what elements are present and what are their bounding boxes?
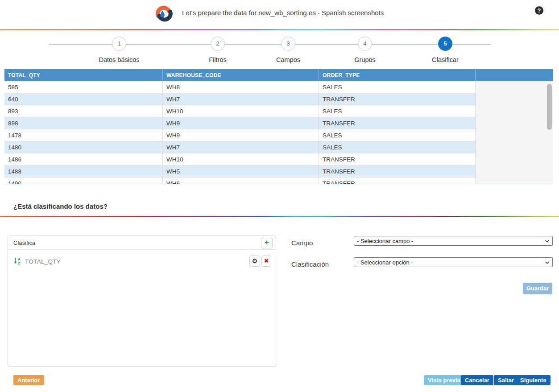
step-4-grupos[interactable]: 4 bbox=[358, 37, 372, 51]
table-row: 1478 WH9 SALES bbox=[4, 129, 476, 141]
table-cell: WH6 bbox=[163, 177, 319, 184]
table-row: 898 WH9 TRANSFER bbox=[4, 117, 476, 129]
table-cell: SALES bbox=[319, 105, 476, 117]
anterior-button[interactable]: Anterior bbox=[13, 375, 44, 385]
step-1-label: Datos básicos bbox=[83, 56, 155, 63]
sort-item-field-label: TOTAL_QTY bbox=[25, 258, 61, 265]
clasificacion-select-value: - Seleccionar opción - bbox=[357, 259, 413, 266]
table-cell: TRANSFER bbox=[319, 117, 476, 129]
add-sort-button[interactable]: + bbox=[261, 238, 273, 248]
table-cell: 640 bbox=[4, 93, 163, 105]
step-2-label: Filtros bbox=[182, 56, 253, 63]
table-cell: WH9 bbox=[163, 129, 319, 141]
rainbow-divider-section bbox=[0, 216, 559, 217]
campo-select[interactable]: - Seleccionar campo - bbox=[354, 236, 553, 246]
clasifica-panel: Clasifica + A Z TOTAL_QTY ⚙ ✖ bbox=[8, 235, 276, 367]
chevron-down-icon bbox=[544, 260, 550, 267]
table-cell: WH5 bbox=[163, 165, 319, 177]
step-5-label: Clasificar bbox=[410, 56, 481, 63]
table-cell: WH7 bbox=[163, 93, 319, 105]
step-1-datos-basicos[interactable]: 1 bbox=[112, 37, 126, 51]
table-cell: 1478 bbox=[4, 129, 163, 141]
table-cell: WH8 bbox=[163, 81, 319, 93]
table-cell: 893 bbox=[4, 105, 163, 117]
clasifica-panel-header: Clasifica + bbox=[8, 236, 276, 250]
table-row: 1488 WH5 TRANSFER bbox=[4, 165, 476, 177]
table-row: 893 WH10 SALES bbox=[4, 105, 476, 117]
svg-text:Z: Z bbox=[18, 261, 20, 265]
wizard-page: Let's prepare the data for new_wb_sortin… bbox=[0, 0, 559, 392]
table-rows: 585 WH8 SALES 640 WH7 TRANSFER 893 WH10 … bbox=[4, 81, 476, 184]
column-header-warehouse-code: WAREHOUSE_CODE bbox=[163, 69, 319, 81]
sort-ascending-icon: A Z bbox=[13, 257, 21, 265]
app-logo-icon bbox=[154, 3, 174, 25]
table-cell: 1480 bbox=[4, 141, 163, 153]
step-2-filtros[interactable]: 2 bbox=[211, 37, 225, 51]
guardar-button[interactable]: Guardar bbox=[523, 283, 552, 294]
table-cell: 1486 bbox=[4, 153, 163, 165]
table-cell: WH10 bbox=[163, 105, 319, 117]
table-row: 1486 WH10 TRANSFER bbox=[4, 153, 476, 165]
campo-label: Campo bbox=[291, 239, 313, 247]
page-title: Let's prepare the data for new_wb_sortin… bbox=[182, 9, 384, 17]
svg-text:A: A bbox=[18, 257, 21, 261]
table-cell: 1490 bbox=[4, 177, 163, 184]
clasificacion-select[interactable]: - Seleccionar opción - bbox=[354, 257, 553, 267]
siguiente-button[interactable]: Siguiente bbox=[516, 375, 551, 385]
column-header-total-qty: TOTAL_QTY bbox=[4, 69, 163, 81]
step-3-label: Campos bbox=[253, 56, 324, 63]
table-cell: WH10 bbox=[163, 153, 319, 165]
table-row-partial: 1490 WH6 TRANSFER bbox=[4, 177, 476, 184]
step-5-clasificar[interactable]: 5 bbox=[438, 37, 452, 51]
section-question: ¿Está clasificando los datos? bbox=[13, 202, 108, 210]
step-4-label: Grupos bbox=[329, 56, 401, 63]
chevron-down-icon bbox=[544, 238, 550, 245]
table-row: 1480 WH7 SALES bbox=[4, 141, 476, 153]
table-cell: TRANSFER bbox=[319, 93, 476, 105]
campo-select-value: - Seleccionar campo - bbox=[357, 238, 413, 244]
table-row: 640 WH7 TRANSFER bbox=[4, 93, 476, 105]
table-cell: WH9 bbox=[163, 117, 319, 129]
sort-item-total-qty: A Z TOTAL_QTY ⚙ ✖ bbox=[12, 256, 271, 267]
data-preview-table: TOTAL_QTY WAREHOUSE_CODE ORDER_TYPE 585 … bbox=[4, 69, 553, 184]
table-scroll-gutter bbox=[476, 81, 553, 184]
help-icon[interactable]: ? bbox=[535, 6, 543, 15]
step-3-campos[interactable]: 3 bbox=[281, 37, 295, 51]
vista-previa-button[interactable]: Vista previa bbox=[424, 375, 464, 385]
column-header-empty bbox=[476, 69, 553, 81]
gear-icon[interactable]: ⚙ bbox=[249, 256, 260, 267]
table-cell: SALES bbox=[319, 81, 476, 93]
saltar-button[interactable]: Saltar bbox=[494, 375, 518, 385]
clasifica-panel-title: Clasifica bbox=[13, 239, 35, 246]
table-cell: SALES bbox=[319, 141, 476, 153]
column-header-order-type: ORDER_TYPE bbox=[319, 69, 476, 81]
table-cell: WH7 bbox=[163, 141, 319, 153]
table-cell: TRANSFER bbox=[319, 153, 476, 165]
wizard-stepper: 1 2 3 4 5 Datos básicos Filtros Campos G… bbox=[0, 31, 559, 67]
table-cell: TRANSFER bbox=[319, 165, 476, 177]
rainbow-divider-top bbox=[0, 29, 559, 30]
table-body: 585 WH8 SALES 640 WH7 TRANSFER 893 WH10 … bbox=[4, 81, 553, 184]
table-cell: SALES bbox=[319, 129, 476, 141]
app-header: Let's prepare the data for new_wb_sortin… bbox=[0, 0, 559, 29]
table-header-row: TOTAL_QTY WAREHOUSE_CODE ORDER_TYPE bbox=[4, 69, 553, 81]
vertical-scrollbar-thumb[interactable] bbox=[547, 84, 552, 130]
table-cell: 1488 bbox=[4, 165, 163, 177]
table-cell: 898 bbox=[4, 117, 163, 129]
table-cell: TRANSFER bbox=[319, 177, 476, 184]
clasificacion-label: Clasificación bbox=[291, 260, 329, 268]
table-cell: 585 bbox=[4, 81, 163, 93]
cancelar-button[interactable]: Cancelar bbox=[461, 375, 493, 385]
remove-sort-icon[interactable]: ✖ bbox=[261, 256, 271, 267]
table-row: 585 WH8 SALES bbox=[4, 81, 476, 93]
